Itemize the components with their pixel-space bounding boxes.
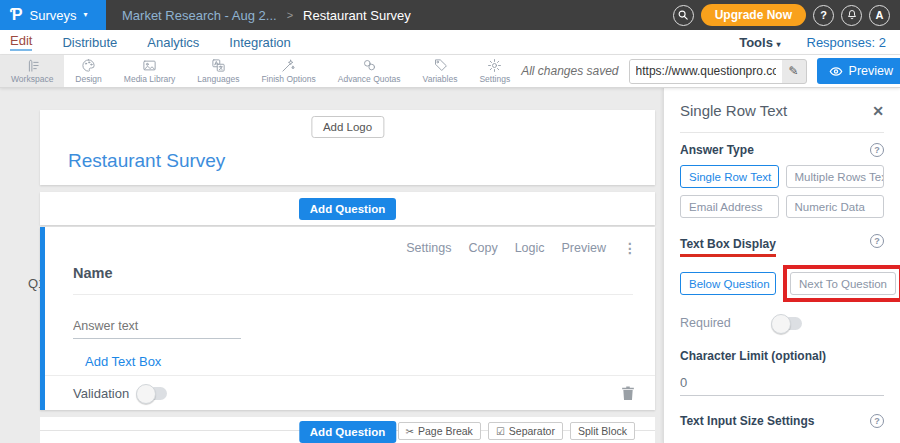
question-card: Settings Copy Logic Preview ⋮ Name Add T… xyxy=(40,227,655,410)
edit-url-icon[interactable]: ✎ xyxy=(782,64,806,78)
breadcrumb-current-survey: Restaurant Survey xyxy=(303,8,411,23)
survey-title[interactable]: Restaurant Survey xyxy=(68,150,225,172)
answer-type-option-multiple-rows-text[interactable]: Multiple Rows Text xyxy=(786,165,885,188)
eye-icon xyxy=(829,66,843,77)
bell-icon xyxy=(846,9,858,21)
gear-icon xyxy=(487,58,502,73)
editor-toolbar: Workspace Design Media Library Languages… xyxy=(0,55,900,88)
validation-label: Validation xyxy=(73,386,129,401)
add-logo-button[interactable]: Add Logo xyxy=(311,116,384,138)
toolbar-item-media-library[interactable]: Media Library xyxy=(113,55,187,87)
red-underline-annotation xyxy=(680,254,776,257)
tag-icon xyxy=(433,58,448,73)
help-icon[interactable]: ? xyxy=(870,143,884,157)
product-switcher[interactable]: Ƥ Surveys ▾ xyxy=(0,0,106,30)
breadcrumb-separator-icon: > xyxy=(287,9,293,21)
search-button[interactable] xyxy=(673,5,694,26)
close-panel-icon[interactable]: ✕ xyxy=(872,103,884,119)
search-icon xyxy=(677,9,689,21)
block-footer-strip: Add Question ✂ Page Break ☑ Separator Sp… xyxy=(40,417,655,443)
answer-type-option-numeric-data[interactable]: Numeric Data xyxy=(786,195,885,218)
questionpro-logo-icon: Ƥ xyxy=(10,7,23,23)
checkbox-icon: ☑ xyxy=(496,426,505,437)
help-icon[interactable]: ? xyxy=(870,234,884,248)
toolbar-item-advance-quotas[interactable]: Advance Quotas xyxy=(327,55,412,87)
trash-icon xyxy=(621,385,635,401)
delete-question-button[interactable] xyxy=(621,385,635,401)
required-toggle[interactable] xyxy=(772,317,802,330)
chevron-down-icon: ▾ xyxy=(83,11,87,19)
product-name: Surveys xyxy=(30,8,77,23)
nav-tab-analytics[interactable]: Analytics xyxy=(147,35,199,50)
scissors-icon: ✂ xyxy=(406,426,414,437)
text-box-display-option-below-question[interactable]: Below Question xyxy=(680,272,776,295)
text-box-display-options: Below Question Next To Question xyxy=(680,265,884,302)
nav-right: Tools ▾ Responses: 2 xyxy=(739,35,890,50)
text-input-size-settings-label: Text Input Size Settings xyxy=(680,414,814,428)
answer-type-label: Answer Type xyxy=(680,143,754,157)
question-preview-button[interactable]: Preview xyxy=(562,241,606,255)
magic-wand-icon xyxy=(281,58,296,73)
text-box-display-label: Text Box Display xyxy=(680,237,776,251)
required-label: Required xyxy=(680,316,772,330)
block-buttons: ✂ Page Break ☑ Separator Split Block xyxy=(398,422,635,440)
answer-type-options: Single Row Text Multiple Rows Text Email… xyxy=(680,165,884,218)
question-actions: Settings Copy Logic Preview ⋮ xyxy=(406,240,637,256)
toolbar-item-design[interactable]: Design xyxy=(64,55,112,87)
question-settings-panel: Single Row Text ✕ Answer Type ? Single R… xyxy=(663,88,900,443)
question-footer: Validation xyxy=(45,375,655,410)
question-logic-button[interactable]: Logic xyxy=(515,241,545,255)
question-text[interactable]: Name xyxy=(73,265,633,295)
nav-tab-integration[interactable]: Integration xyxy=(229,35,290,50)
account-avatar[interactable]: A xyxy=(869,5,890,26)
chain-links-icon xyxy=(362,58,377,73)
nav-tab-distribute[interactable]: Distribute xyxy=(62,35,117,50)
help-icon[interactable]: ? xyxy=(870,414,884,428)
image-icon xyxy=(142,58,157,73)
red-box-annotation: Next To Question xyxy=(783,265,900,302)
breadcrumb: Market Research - Aug 2... > Restaurant … xyxy=(122,8,411,23)
survey-url-group: ✎ xyxy=(629,59,807,84)
survey-header-card: Add Logo Restaurant Survey xyxy=(40,110,655,185)
add-question-button-top[interactable]: Add Question xyxy=(299,198,396,220)
nav-tab-edit[interactable]: Edit xyxy=(10,33,32,51)
notifications-button[interactable] xyxy=(841,5,862,26)
top-bar: Ƥ Surveys ▾ Market Research - Aug 2... >… xyxy=(0,0,900,30)
workspace-icon xyxy=(25,58,40,73)
tools-menu[interactable]: Tools ▾ xyxy=(739,35,780,50)
split-block-button[interactable]: Split Block xyxy=(570,422,635,440)
question-settings-button[interactable]: Settings xyxy=(406,241,451,255)
survey-canvas: Add Logo Restaurant Survey Add Question … xyxy=(0,88,663,443)
toolbar-item-variables[interactable]: Variables xyxy=(412,55,469,87)
upgrade-now-button[interactable]: Upgrade Now xyxy=(701,4,806,26)
more-options-icon[interactable]: ⋮ xyxy=(623,240,637,256)
preview-button[interactable]: Preview xyxy=(817,58,900,84)
topbar-actions: Upgrade Now ? A xyxy=(673,4,900,26)
answer-text-input[interactable] xyxy=(73,319,241,339)
character-limit-label: Character Limit (optional) xyxy=(680,349,884,363)
breadcrumb-folder[interactable]: Market Research - Aug 2... xyxy=(122,8,277,23)
text-box-display-option-next-to-question[interactable]: Next To Question xyxy=(790,272,896,295)
add-question-button-bottom[interactable]: Add Question xyxy=(299,421,396,443)
toolbar-item-finish-options[interactable]: Finish Options xyxy=(250,55,326,87)
answer-type-option-single-row-text[interactable]: Single Row Text xyxy=(680,165,779,188)
question-copy-button[interactable]: Copy xyxy=(468,241,497,255)
add-question-top-strip: Add Question xyxy=(40,192,655,225)
answer-type-option-email-address[interactable]: Email Address xyxy=(680,195,779,218)
separator-button[interactable]: ☑ Separator xyxy=(488,422,563,440)
toolbar-item-settings[interactable]: Settings xyxy=(468,55,521,87)
toolbar-item-workspace[interactable]: Workspace xyxy=(0,55,64,87)
responses-link[interactable]: Responses: 2 xyxy=(807,35,887,50)
page-break-button[interactable]: ✂ Page Break xyxy=(398,422,481,440)
survey-url-input[interactable] xyxy=(630,60,782,83)
add-text-box-link[interactable]: Add Text Box xyxy=(85,354,161,369)
validation-toggle[interactable] xyxy=(137,387,167,400)
save-status: All changes saved xyxy=(521,64,618,78)
translate-icon xyxy=(211,58,226,73)
help-button[interactable]: ? xyxy=(813,5,834,26)
chevron-down-icon: ▾ xyxy=(776,40,780,49)
divider xyxy=(680,132,884,133)
character-limit-input[interactable] xyxy=(680,371,884,396)
panel-title: Single Row Text xyxy=(680,102,787,119)
toolbar-item-languages[interactable]: Languages xyxy=(186,55,250,87)
